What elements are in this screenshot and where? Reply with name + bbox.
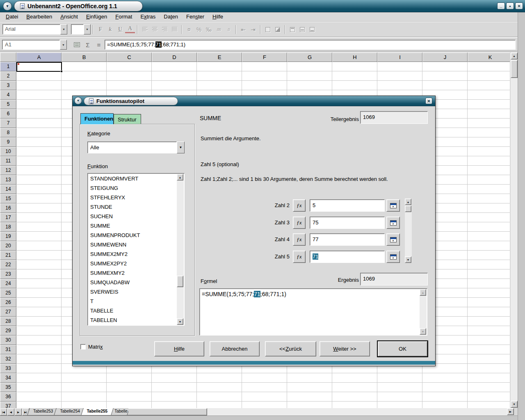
shrink-button[interactable] (386, 199, 400, 212)
function-list-scrollbar[interactable]: ▲ ▼ (177, 174, 184, 325)
function-item-standnormvert[interactable]: STANDNORMVERT (89, 174, 176, 184)
scroll-down-button[interactable]: ▼ (511, 401, 518, 408)
row-header-31[interactable]: 31 (0, 345, 16, 354)
align-center-vertical-icon[interactable] (297, 25, 307, 34)
menu-daten[interactable]: Daten (160, 12, 182, 22)
tab-funktionen[interactable]: Funktionen (80, 113, 114, 124)
fx-button[interactable]: ƒx (293, 233, 306, 246)
add-decimal-icon[interactable]: .00 (214, 25, 224, 34)
sheet-nav-prev-button[interactable]: ◀ (7, 409, 14, 415)
sheet-nav-next-button[interactable]: ▶ (15, 409, 22, 415)
align-left-icon[interactable] (140, 25, 150, 34)
row-header-28[interactable]: 28 (0, 317, 16, 326)
scroll-right-button[interactable]: ▶ (507, 408, 514, 415)
function-item-summexmy2[interactable]: SUMMEXMY2 (89, 269, 176, 278)
font-name-value[interactable]: Arial (2, 24, 60, 34)
select-all-corner[interactable] (0, 52, 16, 62)
horizontal-scroll-thumb[interactable] (120, 408, 207, 415)
row-header-3[interactable]: 3 (0, 81, 16, 90)
menu-ansicht[interactable]: Ansicht (56, 12, 82, 22)
function-wizard-button[interactable] (72, 41, 82, 49)
dialog-titlebar[interactable]: ▼ Funktionsautopilot ✕ (73, 96, 435, 106)
formel-textarea[interactable]: =SUMME(1;5;75;77;71;68;771;1) ▲ ▼ (199, 288, 427, 336)
vertical-scrollbar[interactable]: ▲ ▼ (511, 52, 518, 408)
font-name-combo[interactable]: Arial ▼ (2, 24, 67, 34)
row-header-7[interactable]: 7 (0, 119, 16, 128)
sheet-nav-first-button[interactable]: |◀ (0, 409, 7, 415)
column-header-E[interactable]: E (197, 52, 242, 62)
function-button[interactable]: = (94, 41, 104, 49)
row-header-22[interactable]: 22 (0, 260, 16, 269)
font-color-icon[interactable]: A (125, 26, 135, 33)
row-header-2[interactable]: 2 (0, 71, 16, 81)
horizontal-scrollbar[interactable]: ◀ ▶ (113, 408, 514, 415)
chevron-down-icon[interactable]: ▼ (60, 40, 67, 50)
function-listbox[interactable]: STANDNORMVERTSTEIGUNGSTFEHLERYXSTUNDESUC… (87, 173, 185, 326)
column-header-C[interactable]: C (107, 52, 152, 62)
row-header-25[interactable]: 25 (0, 288, 16, 298)
row-header-5[interactable]: 5 (0, 100, 16, 109)
fx-button[interactable]: ƒx (293, 217, 306, 229)
row-header-32[interactable]: 32 (0, 354, 16, 364)
align-justify-icon[interactable] (169, 25, 179, 34)
row-header-29[interactable]: 29 (0, 326, 16, 336)
row-header-36[interactable]: 36 (0, 392, 16, 402)
scroll-down-button[interactable]: ▼ (420, 328, 426, 335)
row-header-16[interactable]: 16 (0, 203, 16, 213)
row-header-9[interactable]: 9 (0, 137, 16, 147)
borders-icon[interactable] (263, 25, 273, 34)
sheet-tab-tabelle254[interactable]: Tabelle254 (55, 408, 84, 415)
row-header-30[interactable]: 30 (0, 336, 16, 345)
menu-bearbeiten[interactable]: Bearbeiten (22, 12, 56, 22)
cell-name-box[interactable]: A1 ▼ (2, 40, 67, 50)
row-header-8[interactable]: 8 (0, 128, 16, 137)
button-ok[interactable]: OK (378, 341, 427, 356)
function-item-tabellen[interactable]: TABELLEN (89, 316, 176, 324)
italic-icon[interactable]: k (105, 25, 115, 34)
row-header-23[interactable]: 23 (0, 269, 16, 279)
row-header-14[interactable]: 14 (0, 185, 16, 194)
menu-hilfe[interactable]: Hilfe (208, 12, 227, 22)
close-button[interactable]: ✕ (515, 2, 523, 9)
minimize-button[interactable]: _ (497, 2, 505, 9)
column-header-A[interactable]: A (16, 52, 62, 62)
row-header-1[interactable]: 1 (0, 62, 16, 71)
row-header-24[interactable]: 24 (0, 279, 16, 288)
button-weiter[interactable]: Weiter >> (320, 341, 370, 356)
font-size-combo[interactable]: ▼ (71, 24, 91, 34)
row-header-10[interactable]: 10 (0, 147, 16, 156)
arg-input-zahl-4[interactable]: 77 (310, 233, 385, 246)
bold-icon[interactable]: F (96, 25, 105, 34)
button-hilfe[interactable]: Hilfe (154, 341, 204, 356)
kategorie-value[interactable]: Alle (87, 142, 177, 153)
font-size-value[interactable] (71, 24, 84, 34)
dialog-close-button[interactable]: ✕ (425, 98, 432, 104)
menu-datei[interactable]: Datei (2, 12, 22, 22)
argument-scroll-thumb[interactable] (405, 205, 411, 212)
row-header-12[interactable]: 12 (0, 166, 16, 175)
row-header-19[interactable]: 19 (0, 232, 16, 241)
row-header-21[interactable]: 21 (0, 251, 16, 260)
scroll-up-button[interactable]: ▲ (177, 174, 183, 180)
align-right-icon[interactable] (160, 25, 169, 34)
button-abbrechen[interactable]: Abbrechen (210, 341, 260, 356)
menu-format[interactable]: Format (111, 12, 136, 22)
shrink-button[interactable] (386, 233, 400, 246)
selection-handle[interactable] (60, 70, 63, 73)
underline-icon[interactable]: U (115, 25, 125, 34)
row-header-6[interactable]: 6 (0, 109, 16, 119)
selected-cell-a1[interactable] (16, 62, 62, 72)
row-header-33[interactable]: 33 (0, 364, 16, 373)
row-header-35[interactable]: 35 (0, 383, 16, 392)
shrink-button[interactable] (386, 251, 400, 263)
column-header-F[interactable]: F (242, 52, 287, 62)
dialog-menu-button[interactable]: ▼ (74, 97, 82, 105)
column-header-J[interactable]: J (422, 52, 468, 62)
column-header-D[interactable]: D (152, 52, 197, 62)
vertical-scroll-thumb[interactable] (511, 60, 518, 78)
row-header-15[interactable]: 15 (0, 194, 16, 203)
function-item-sverweis[interactable]: SVERWEIS (89, 288, 176, 297)
row-header-20[interactable]: 20 (0, 241, 16, 251)
scroll-up-button[interactable]: ▲ (511, 52, 518, 59)
cell-reference[interactable]: A1 (2, 40, 60, 50)
